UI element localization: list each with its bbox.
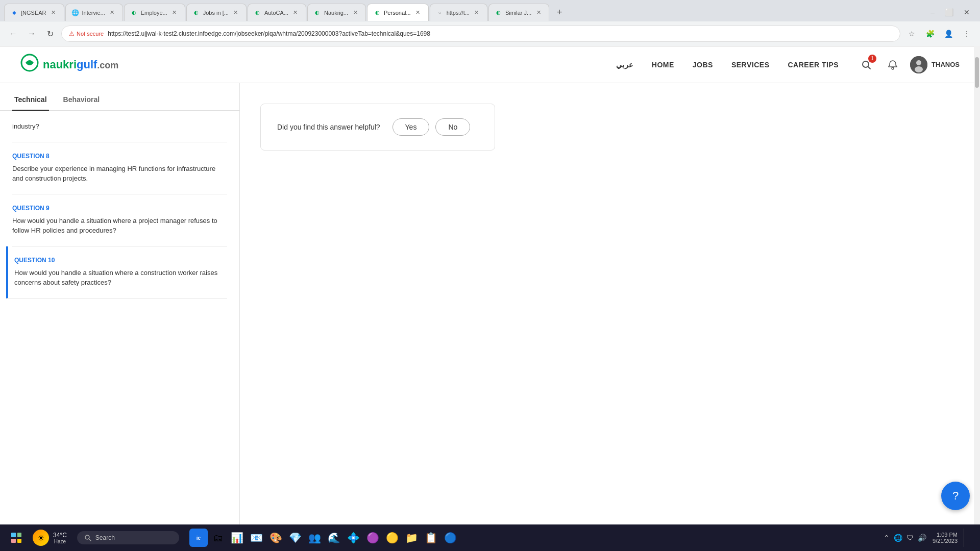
extensions-button[interactable]: 🧩 [923, 27, 937, 41]
question-item-9[interactable]: QUESTION 9 How would you handle a situat… [12, 194, 227, 246]
taskbar-app-msteams[interactable]: 👥 [306, 529, 324, 547]
tab-close-8[interactable]: ✕ [473, 9, 481, 17]
forward-button[interactable]: → [24, 27, 39, 41]
maximize-window-button[interactable]: ⬜ [943, 7, 955, 17]
taskbar-app-notes[interactable]: 📋 [422, 529, 440, 547]
tab-close-1[interactable]: ✕ [50, 9, 58, 17]
profile-button[interactable]: 👤 [941, 27, 955, 41]
tab-favicon-5: ◐ [254, 9, 261, 16]
question-item-10[interactable]: QUESTION 10 How would you handle a situa… [6, 246, 227, 298]
nav-icons: 1 THANOS [857, 56, 960, 74]
browser-tab-5[interactable]: ◐ AutoCA... ✕ [248, 4, 306, 21]
warning-icon: ⚠ [69, 30, 75, 37]
new-tab-button[interactable]: + [552, 5, 567, 19]
tab-close-7[interactable]: ✕ [414, 9, 422, 17]
browser-tab-4[interactable]: ◐ Jobs in [... ✕ [186, 4, 247, 21]
tab-favicon-8: ○ [436, 9, 444, 16]
browser-tab-9[interactable]: ◐ Similar J... ✕ [488, 4, 549, 21]
tab-close-3[interactable]: ✕ [170, 9, 179, 17]
tray-expand-icon[interactable]: ⌃ [884, 534, 890, 542]
taskbar-app-teams[interactable]: 📊 [228, 529, 247, 547]
address-field[interactable]: ⚠ Not secure https://test2.ujjwal-k-test… [61, 26, 900, 42]
taskbar-app-app3[interactable]: 🟣 [364, 529, 382, 547]
security-label: Not secure [77, 31, 104, 37]
notification-button[interactable] [884, 56, 902, 74]
no-button[interactable]: No [435, 118, 470, 136]
taskbar-app-app1[interactable]: 🎨 [267, 529, 285, 547]
back-button[interactable]: ← [6, 27, 20, 41]
tab-behavioral[interactable]: Behavioral [61, 91, 102, 111]
taskbar-app-files2[interactable]: 📁 [403, 529, 421, 547]
taskbar-app-files[interactable]: 🗂 [209, 529, 227, 547]
taskbar-app-infoedge[interactable]: ie [189, 529, 208, 547]
browser-tab-8[interactable]: ○ https://t... ✕ [430, 4, 487, 21]
menu-button[interactable]: ⋮ [960, 27, 974, 41]
tab-label-9: Similar J... [505, 10, 531, 16]
career-tips-link[interactable]: CAREER TIPS [788, 61, 839, 69]
taskbar-app-app4[interactable]: 🟡 [383, 529, 402, 547]
left-panel: Technical Behavioral industry? QUESTION … [0, 83, 240, 525]
svg-point-3 [892, 67, 894, 69]
svg-point-5 [916, 60, 921, 65]
tab-close-4[interactable]: ✕ [232, 9, 240, 17]
tab-label-8: https://t... [447, 10, 470, 16]
show-desktop-button[interactable] [964, 529, 968, 547]
browser-tab-2[interactable]: 🌐 Intervie... ✕ [65, 4, 123, 21]
taskbar-app-app2[interactable]: 💎 [286, 529, 305, 547]
browser-tab-6[interactable]: ◐ Naukrig... ✕ [307, 4, 366, 21]
question-item-prev[interactable]: industry? [12, 111, 227, 142]
browser-scrollbar[interactable] [974, 46, 980, 524]
bookmark-button[interactable]: ☆ [904, 27, 919, 41]
system-tray-icons: ⌃ 🌐 🛡 🔊 [884, 534, 926, 542]
website: naukrigulf.com عربي HOME JOBS SERVICES C… [0, 46, 980, 525]
question-text-10: How would you handle a situation where a… [14, 268, 227, 288]
reload-button[interactable]: ↻ [43, 27, 57, 41]
jobs-link[interactable]: JOBS [693, 61, 713, 69]
start-button[interactable] [6, 528, 27, 548]
tab-close-2[interactable]: ✕ [108, 9, 116, 17]
clock-date: 9/21/2023 [933, 538, 958, 544]
services-link[interactable]: SERVICES [731, 61, 770, 69]
navbar: naukrigulf.com عربي HOME JOBS SERVICES C… [0, 46, 980, 83]
tab-technical[interactable]: Technical [12, 91, 49, 111]
taskbar-app-outlook[interactable]: 📧 [248, 529, 266, 547]
tab-label-2: Intervie... [82, 10, 105, 16]
weather-widget[interactable]: ☀ 34°C Haze [33, 530, 67, 546]
close-window-button[interactable]: ✕ [962, 7, 972, 17]
nav-links: عربي HOME JOBS SERVICES CAREER TIPS [616, 61, 839, 69]
tab-close-5[interactable]: ✕ [291, 9, 300, 17]
search-button[interactable]: 1 [857, 56, 875, 74]
home-link[interactable]: HOME [652, 61, 674, 69]
logo[interactable]: naukrigulf.com [20, 54, 118, 76]
taskbar-app-edge[interactable]: 🌊 [325, 529, 344, 547]
taskbar-app-vscode[interactable]: 💠 [345, 529, 363, 547]
browser-chrome: ◆ [NGSEAR ✕ 🌐 Intervie... ✕ ◐ Employe...… [0, 0, 980, 46]
browser-tab-7[interactable]: ◐ Personal... ✕ [367, 4, 429, 21]
helpful-text: Did you find this answer helpful? [277, 123, 380, 131]
scrollbar-thumb[interactable] [975, 57, 979, 88]
browser-tab-1[interactable]: ◆ [NGSEAR ✕ [4, 4, 64, 21]
chat-button[interactable]: ? [941, 482, 970, 510]
logo-icon [20, 54, 39, 76]
tab-close-9[interactable]: ✕ [534, 9, 543, 17]
taskbar-search-icon [84, 534, 91, 541]
tray-network-icon[interactable]: 🌐 [894, 534, 902, 542]
browser-tab-3[interactable]: ◐ Employe... ✕ [124, 4, 185, 21]
tray-update-icon[interactable]: 🛡 [906, 534, 914, 542]
taskbar-search[interactable]: Search [77, 531, 179, 544]
minimize-window-button[interactable]: – [928, 7, 937, 17]
clock-time: 1:09 PM [933, 532, 958, 538]
arabic-link[interactable]: عربي [616, 61, 633, 69]
weather-icon: ☀ [33, 530, 49, 546]
question-label-9: QUESTION 9 [12, 205, 227, 212]
taskbar-clock[interactable]: 1:09 PM 9/21/2023 [933, 532, 958, 544]
question-item-8[interactable]: QUESTION 8 Describe your experience in m… [12, 142, 227, 194]
questions-tabs: Technical Behavioral [0, 83, 239, 111]
user-info[interactable]: THANOS [910, 56, 960, 73]
tab-close-6[interactable]: ✕ [351, 9, 359, 17]
yes-button[interactable]: Yes [393, 118, 430, 136]
tab-label-3: Employe... [141, 10, 167, 16]
taskbar-app-chrome[interactable]: 🔵 [442, 529, 460, 547]
tray-volume-icon[interactable]: 🔊 [918, 534, 926, 542]
search-notification-badge: 1 [868, 55, 876, 63]
